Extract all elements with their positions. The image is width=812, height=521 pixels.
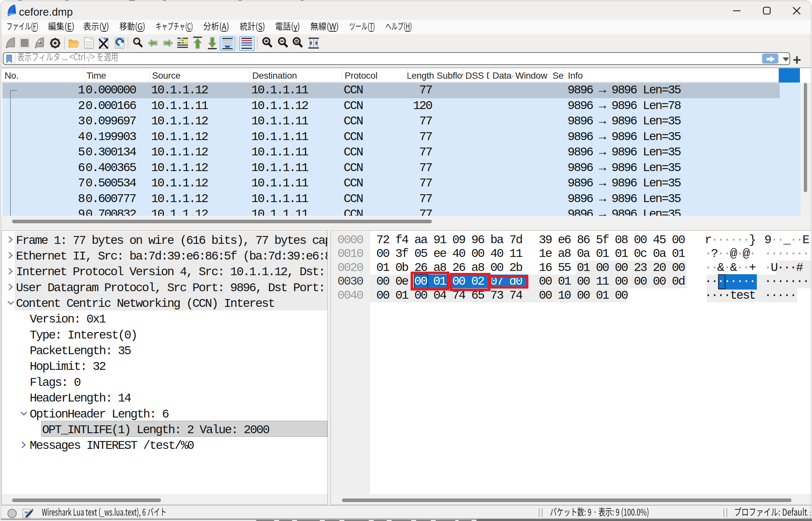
svg-text:0111: 0111 (86, 46, 92, 49)
